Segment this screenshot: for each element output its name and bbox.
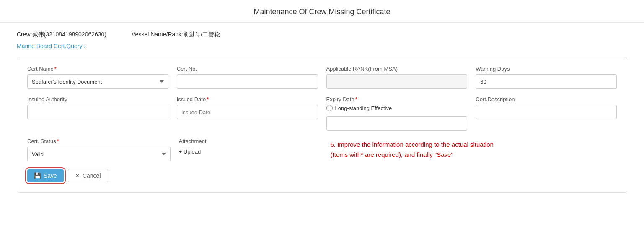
page-title: Maintenance Of Crew Missing Certificate bbox=[0, 0, 644, 23]
issued-date-group: Issued Date* bbox=[177, 96, 318, 131]
warning-days-label: Warning Days bbox=[476, 66, 617, 72]
cert-no-group: Cert No. bbox=[177, 66, 318, 89]
warning-days-group: Warning Days bbox=[476, 66, 617, 89]
marine-board-cert-query-link[interactable]: Marine Board Cert.Query bbox=[17, 43, 82, 49]
cert-name-label: Cert Name* bbox=[27, 66, 168, 72]
attachment-label: Attachment bbox=[179, 138, 322, 144]
cert-description-input[interactable] bbox=[476, 105, 617, 119]
cert-status-select[interactable]: Valid bbox=[27, 147, 171, 161]
expiry-date-group: Expiry Date* Long-standing Effective bbox=[326, 96, 468, 131]
cert-name-select[interactable]: Seafarer's Identity Document bbox=[27, 74, 168, 89]
cert-no-label: Cert No. bbox=[177, 66, 318, 72]
breadcrumb-arrow: › bbox=[84, 43, 85, 49]
issued-date-label: Issued Date* bbox=[177, 96, 318, 102]
long-standing-radio[interactable] bbox=[326, 105, 333, 111]
long-standing-label: Long-standing Effective bbox=[335, 105, 392, 111]
applicable-rank-group: Applicable RANK(From MSA) bbox=[326, 66, 468, 89]
applicable-rank-label: Applicable RANK(From MSA) bbox=[326, 66, 468, 72]
upload-button[interactable]: + Upload bbox=[179, 147, 322, 156]
warning-days-input[interactable] bbox=[476, 74, 617, 89]
action-row: 💾 Save ✕ Cancel bbox=[27, 169, 617, 182]
crew-info: Crew:臧伟(321084198902062630) bbox=[17, 31, 106, 38]
instruction-text: 6. Improve the information according to … bbox=[331, 138, 617, 161]
save-button[interactable]: 💾 Save bbox=[27, 169, 64, 182]
issuing-authority-label: Issuing Authority bbox=[27, 96, 168, 102]
cert-description-group: Cert.Description bbox=[476, 96, 617, 131]
cert-no-input[interactable] bbox=[177, 74, 318, 89]
cancel-button[interactable]: ✕ Cancel bbox=[68, 169, 108, 182]
attachment-group: Attachment + Upload bbox=[179, 138, 322, 156]
applicable-rank-input[interactable] bbox=[326, 74, 468, 89]
issued-date-input[interactable] bbox=[177, 105, 318, 119]
cert-status-group: Cert. Status* Valid bbox=[27, 138, 171, 161]
form-card: Cert Name* Seafarer's Identity Document … bbox=[17, 57, 627, 193]
issuing-authority-group: Issuing Authority bbox=[27, 96, 168, 131]
cert-description-label: Cert.Description bbox=[476, 96, 617, 102]
cert-status-label: Cert. Status* bbox=[27, 138, 171, 144]
cancel-x-icon: ✕ bbox=[75, 172, 80, 179]
expiry-date-label: Expiry Date* bbox=[326, 96, 468, 102]
cert-name-group: Cert Name* Seafarer's Identity Document bbox=[27, 66, 168, 89]
vessel-info: Vessel Name/Rank:前进号/二管轮 bbox=[132, 31, 220, 38]
save-icon: 💾 bbox=[34, 172, 41, 179]
issuing-authority-input[interactable] bbox=[27, 105, 168, 119]
expiry-date-input[interactable] bbox=[326, 116, 468, 131]
